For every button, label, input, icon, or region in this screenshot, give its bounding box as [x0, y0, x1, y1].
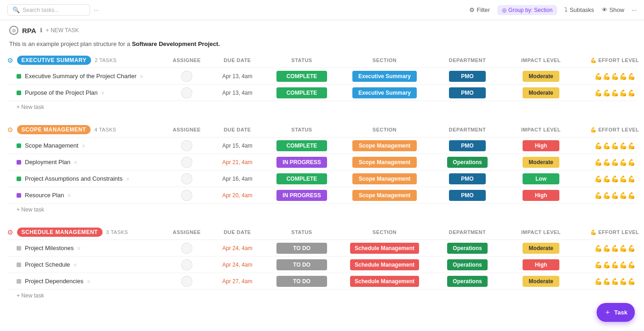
- effort-icon: 💪: [594, 175, 602, 183]
- department-cell[interactable]: PMO: [431, 173, 504, 184]
- assignee-col-header: ASSIGNEE: [164, 57, 210, 63]
- due-date-cell[interactable]: Apr 27, 4am: [210, 278, 265, 285]
- due-date-cell[interactable]: Apr 15, 4am: [210, 143, 265, 149]
- status-cell[interactable]: TO DO: [265, 243, 339, 254]
- task-name-label[interactable]: Project Schedule: [25, 261, 70, 268]
- info-icon[interactable]: ℹ: [40, 27, 42, 34]
- section-cell[interactable]: Schedule Management: [339, 259, 431, 270]
- due-date-cell[interactable]: Apr 24, 4am: [210, 245, 265, 251]
- drag-handle-icon[interactable]: ≡: [74, 262, 76, 268]
- due-date-cell[interactable]: Apr 20, 4am: [210, 192, 265, 199]
- assignee-cell[interactable]: [164, 140, 210, 151]
- new-task-link[interactable]: + New task: [7, 204, 53, 216]
- status-badge: IN PROGRESS: [276, 157, 327, 168]
- status-badge: COMPLETE: [276, 140, 327, 151]
- subtasks-button[interactable]: ⤵ Subtasks: [564, 6, 594, 13]
- due-date-cell[interactable]: Apr 13, 4am: [210, 90, 265, 96]
- impact-cell[interactable]: High: [504, 259, 578, 270]
- drag-handle-icon[interactable]: ≡: [126, 176, 129, 182]
- assignee-cell[interactable]: [164, 276, 210, 287]
- department-cell[interactable]: PMO: [431, 140, 504, 151]
- department-cell[interactable]: PMO: [431, 87, 504, 98]
- department-cell[interactable]: PMO: [431, 71, 504, 82]
- status-cell[interactable]: COMPLETE: [265, 71, 339, 82]
- section-cell[interactable]: Scope Management: [339, 190, 431, 201]
- assignee-cell[interactable]: [164, 243, 210, 254]
- section-cell[interactable]: Schedule Management: [339, 276, 431, 287]
- section-cell[interactable]: Scope Management: [339, 173, 431, 184]
- impact-cell[interactable]: Moderate: [504, 276, 578, 287]
- overflow-menu-icon[interactable]: ···: [632, 6, 637, 13]
- status-cell[interactable]: IN PROGRESS: [265, 190, 339, 201]
- search-box[interactable]: 🔍 Search tasks...: [7, 4, 90, 16]
- impact-cell[interactable]: High: [504, 190, 578, 201]
- new-task-link[interactable]: + New task: [7, 101, 53, 113]
- assignee-cell[interactable]: [164, 87, 210, 98]
- status-cell[interactable]: IN PROGRESS: [265, 157, 339, 168]
- task-name-label[interactable]: Project Dependencies: [25, 278, 83, 285]
- task-name-label[interactable]: Project Assumptions and Constraints: [25, 175, 122, 182]
- assignee-cell[interactable]: [164, 173, 210, 184]
- section-badge[interactable]: Scope Management: [17, 125, 91, 134]
- task-color-dot: [17, 193, 21, 198]
- effort-icon: 💪: [611, 261, 619, 268]
- task-name-label[interactable]: Scope Management: [25, 142, 78, 149]
- task-name-label[interactable]: Executive Summary of the Project Charter: [25, 73, 137, 80]
- department-cell[interactable]: Operations: [431, 276, 504, 287]
- new-task-link[interactable]: + New task: [7, 290, 53, 302]
- due-date-cell[interactable]: Apr 21, 4am: [210, 159, 265, 166]
- add-task-fab[interactable]: ＋ Task: [597, 303, 635, 320]
- effort-icon: 💪: [603, 245, 610, 252]
- section-badge[interactable]: Executive Summary: [17, 56, 91, 65]
- drag-handle-icon[interactable]: ≡: [74, 160, 77, 165]
- impact-cell[interactable]: Moderate: [504, 157, 578, 168]
- due-date-col-header: DUE DATE: [210, 57, 265, 63]
- due-date-cell[interactable]: Apr 16, 4am: [210, 176, 265, 182]
- status-cell[interactable]: TO DO: [265, 259, 339, 270]
- section-cell[interactable]: Executive Summary: [339, 87, 431, 98]
- department-col-header: DEPARTMENT: [431, 127, 504, 132]
- drag-handle-icon[interactable]: ≡: [77, 245, 80, 251]
- department-cell[interactable]: Operations: [431, 259, 504, 270]
- new-task-header-button[interactable]: + NEW TASK: [46, 27, 79, 34]
- assignee-cell[interactable]: [164, 71, 210, 82]
- status-cell[interactable]: COMPLETE: [265, 87, 339, 98]
- drag-handle-icon[interactable]: ≡: [101, 90, 104, 96]
- collapse-toggle-icon[interactable]: ⊙: [7, 228, 13, 236]
- impact-cell[interactable]: Moderate: [504, 87, 578, 98]
- task-name-label[interactable]: Deployment Plan: [25, 159, 70, 166]
- assignee-cell[interactable]: [164, 157, 210, 168]
- impact-cell[interactable]: Moderate: [504, 71, 578, 82]
- assignee-cell[interactable]: [164, 259, 210, 270]
- collapse-toggle-icon[interactable]: ⊙: [7, 57, 13, 64]
- group-by-button[interactable]: ◎ Group by: Section: [497, 5, 557, 15]
- section-cell[interactable]: Scope Management: [339, 157, 431, 168]
- drag-handle-icon[interactable]: ≡: [82, 143, 85, 148]
- status-cell[interactable]: COMPLETE: [265, 140, 339, 151]
- task-name-label[interactable]: Resource Plan: [25, 192, 64, 199]
- collapse-toggle-icon[interactable]: ⊙: [7, 126, 13, 133]
- due-date-cell[interactable]: Apr 24, 4am: [210, 262, 265, 268]
- drag-handle-icon[interactable]: ≡: [68, 193, 70, 198]
- department-cell[interactable]: PMO: [431, 190, 504, 201]
- department-cell[interactable]: Operations: [431, 243, 504, 254]
- impact-cell[interactable]: Low: [504, 173, 578, 184]
- task-name-label[interactable]: Purpose of the Project Plan: [25, 89, 98, 96]
- due-date-cell[interactable]: Apr 13, 4am: [210, 73, 265, 80]
- department-cell[interactable]: Operations: [431, 157, 504, 168]
- section-cell[interactable]: Schedule Management: [339, 243, 431, 254]
- impact-cell[interactable]: High: [504, 140, 578, 151]
- section-cell[interactable]: Executive Summary: [339, 71, 431, 82]
- status-cell[interactable]: COMPLETE: [265, 173, 339, 184]
- section-badge[interactable]: Schedule Management: [17, 228, 103, 237]
- status-cell[interactable]: TO DO: [265, 276, 339, 287]
- section-cell[interactable]: Scope Management: [339, 140, 431, 151]
- filter-button[interactable]: ⚙ Filter: [469, 6, 490, 13]
- drag-handle-icon[interactable]: ≡: [140, 74, 143, 79]
- more-options-icon[interactable]: ···: [94, 6, 99, 13]
- task-name-label[interactable]: Project Milestones: [25, 245, 74, 251]
- assignee-cell[interactable]: [164, 190, 210, 201]
- drag-handle-icon[interactable]: ≡: [87, 279, 90, 284]
- show-button[interactable]: 👁 Show: [602, 6, 625, 13]
- impact-cell[interactable]: Moderate: [504, 243, 578, 254]
